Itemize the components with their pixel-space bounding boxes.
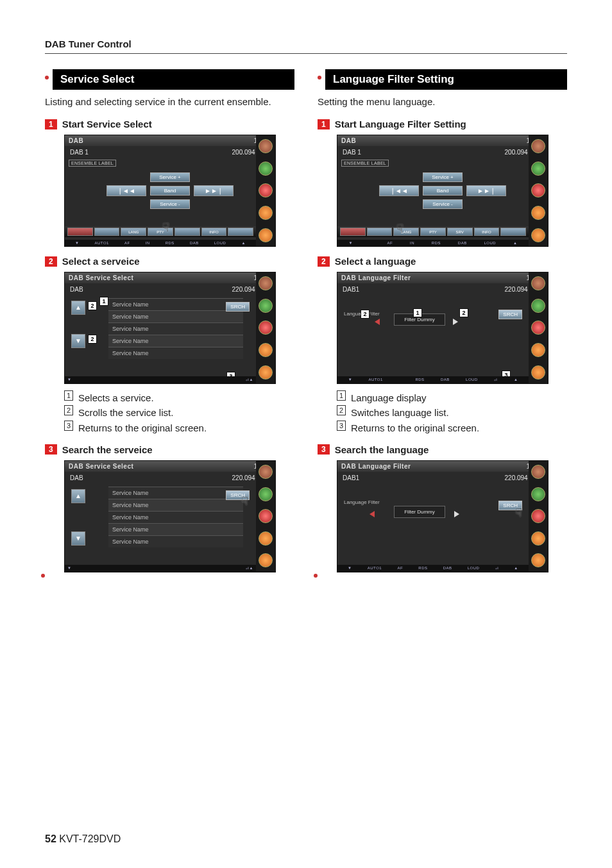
band-label: DAB — [70, 474, 83, 481]
list-item[interactable]: Service Name — [108, 511, 243, 523]
list-item[interactable]: Service Name — [108, 347, 243, 359]
side-icon[interactable] — [259, 299, 273, 313]
list-item[interactable]: Service Name — [108, 322, 243, 335]
legend-block: 1Selects a service. 2Scrolls the service… — [64, 390, 294, 435]
legend-text: Language display — [351, 390, 427, 405]
side-icon[interactable] — [531, 553, 545, 567]
list-item[interactable]: Service Name — [108, 487, 243, 499]
side-icon[interactable] — [531, 465, 545, 479]
scroll-up[interactable]: ▲ — [71, 301, 85, 315]
side-icon[interactable] — [531, 228, 545, 242]
side-icon[interactable] — [531, 509, 545, 523]
side-icon[interactable] — [259, 162, 273, 176]
triangle-left-icon[interactable] — [375, 319, 380, 325]
step-number: 1 — [45, 119, 57, 129]
side-icon[interactable] — [531, 299, 545, 313]
btn-service-minus[interactable]: Service - — [423, 199, 463, 209]
list-item[interactable]: Service Name — [108, 499, 243, 511]
side-icon[interactable] — [259, 321, 273, 335]
list-item[interactable]: Service Name — [108, 535, 243, 547]
btn-next[interactable]: ►►❘ — [194, 185, 234, 196]
side-icon[interactable] — [531, 139, 545, 153]
tab-pty[interactable]: PTY — [420, 228, 446, 236]
step-number: 2 — [45, 256, 57, 267]
list-item[interactable]: Service Name — [108, 335, 243, 347]
list-item[interactable]: Service Name — [108, 310, 243, 322]
side-icon[interactable] — [259, 343, 273, 357]
tab-lang[interactable]: LANG — [121, 228, 146, 236]
screenshot-service-select: DAB Service Select10:10 DAB220.094 MHz ▲… — [64, 272, 276, 384]
tab[interactable] — [94, 228, 120, 236]
ss-title: DAB Language Filter — [341, 463, 411, 470]
side-icon[interactable] — [531, 183, 545, 197]
side-icon[interactable] — [259, 487, 273, 501]
status-bar: ▼AFINRDSDABLOUD▲ — [337, 240, 529, 246]
ensemble-tag: ENSEMBLE LABEL — [341, 160, 389, 167]
side-icon[interactable] — [531, 276, 545, 290]
triangle-right-icon[interactable] — [453, 319, 458, 325]
status-bar: ▼AUTO1RDSDABLOUD⏎▲ — [337, 376, 529, 383]
triangle-right-icon[interactable] — [454, 511, 459, 517]
side-icon[interactable] — [531, 206, 545, 220]
step-2-header: 2 Select a language — [318, 256, 567, 267]
tab[interactable] — [228, 228, 253, 236]
btn-prev[interactable]: ❘◄◄ — [379, 185, 419, 196]
side-icon[interactable] — [259, 139, 273, 153]
ss-title: DAB Service Select — [69, 463, 133, 470]
btn-next[interactable]: ►►❘ — [466, 185, 506, 196]
btn-prev[interactable]: ❘◄◄ — [106, 185, 146, 196]
scroll-down[interactable]: ▼ — [71, 531, 85, 546]
side-icon[interactable] — [531, 321, 545, 335]
tab[interactable] — [340, 228, 366, 236]
legend-num: 3 — [337, 421, 346, 431]
side-icon[interactable] — [531, 162, 545, 176]
side-icon[interactable] — [531, 487, 545, 501]
scroll-up[interactable]: ▲ — [71, 489, 85, 503]
btn-service-minus[interactable]: Service - — [150, 199, 190, 209]
srch-button[interactable]: SRCH — [226, 302, 250, 312]
callout-2: 2 — [88, 301, 97, 310]
side-icon[interactable] — [259, 183, 273, 197]
legend-num: 2 — [64, 405, 73, 415]
side-icon[interactable] — [259, 276, 273, 290]
list-item[interactable]: Service Name — [108, 298, 243, 310]
ss-title: DAB Service Select — [69, 274, 133, 281]
tab[interactable] — [367, 228, 393, 236]
sidebar — [256, 461, 275, 572]
list-item[interactable]: Service Name — [108, 523, 243, 535]
scroll-down[interactable]: ▼ — [71, 334, 85, 348]
side-icon[interactable] — [259, 365, 273, 380]
srch-button[interactable]: SRCH — [498, 310, 522, 319]
btn-band[interactable]: Band — [150, 186, 190, 196]
legend-text: Selects a service. — [78, 390, 154, 405]
triangle-left-icon[interactable] — [370, 511, 375, 517]
band-label: DAB 1 — [70, 149, 89, 156]
side-icon[interactable] — [259, 465, 273, 479]
side-icon[interactable] — [531, 531, 545, 546]
callout-1: 1 — [99, 297, 108, 306]
page-header: DAB Tuner Control — [45, 38, 567, 54]
band-label: DAB1 — [343, 286, 359, 293]
tab-srv[interactable] — [174, 228, 200, 236]
side-icon[interactable] — [259, 531, 273, 546]
side-icon[interactable] — [259, 206, 273, 220]
side-icon[interactable] — [531, 343, 545, 357]
btn-service-plus[interactable]: Service + — [150, 172, 190, 182]
side-icon[interactable] — [259, 509, 273, 523]
tab[interactable] — [500, 228, 526, 236]
step-number: 3 — [45, 444, 57, 455]
bottom-bar: LANG PTY SRV INFO — [337, 226, 529, 237]
side-icon[interactable] — [259, 553, 273, 567]
btn-band[interactable]: Band — [423, 186, 463, 196]
end-bullet — [314, 574, 318, 578]
btn-service-plus[interactable]: Service + — [423, 172, 463, 182]
tab-info[interactable]: INFO — [474, 228, 500, 236]
tab[interactable] — [67, 228, 93, 236]
side-icon[interactable] — [531, 365, 545, 380]
screenshot-lang-search: DAB Language Filter10:10 DAB1220.094 MHz… — [337, 460, 548, 572]
tab-srv[interactable]: SRV — [447, 228, 473, 236]
legend-block: 1Language display 2Switches language lis… — [337, 390, 567, 435]
side-icon[interactable] — [259, 228, 273, 242]
column-bullet — [318, 76, 321, 79]
tab-info[interactable]: INFO — [201, 228, 227, 236]
